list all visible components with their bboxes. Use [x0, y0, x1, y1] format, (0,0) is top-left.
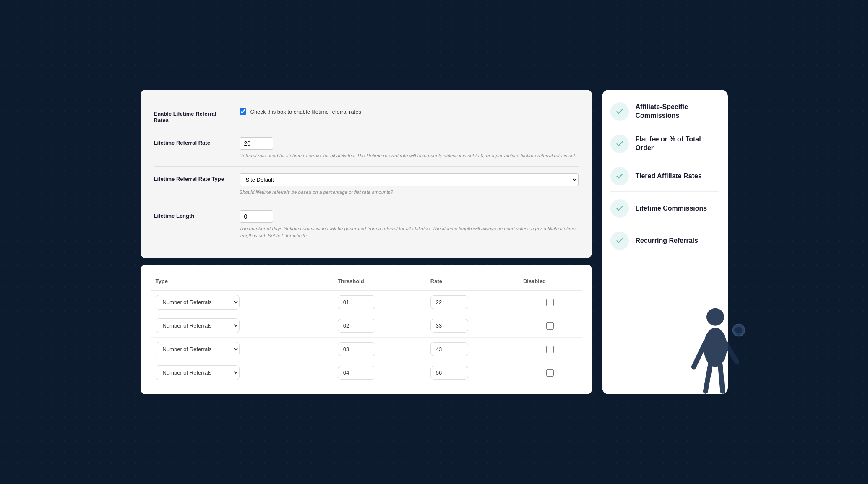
lifetime-referral-rate-controls: Referral rate used for lifetime referral… — [240, 137, 579, 159]
row-3-disabled-cell — [518, 361, 582, 385]
row-2-type-cell: Number of ReferralsSales AmountReferral … — [151, 338, 333, 361]
row-2-rate-input[interactable] — [430, 342, 468, 356]
page-wrapper: Enable Lifetime Referral Rates Check thi… — [141, 90, 728, 394]
feature-label-flat-fee: Flat fee or % of Total Order — [636, 135, 719, 153]
row-0-rate-cell — [425, 291, 518, 314]
row-3-type-cell: Number of ReferralsSales AmountReferral … — [151, 361, 333, 385]
feature-label-lifetime: Lifetime Commissions — [636, 204, 707, 213]
row-0-disabled-cell — [518, 291, 582, 314]
row-2-disabled-checkbox[interactable] — [546, 346, 554, 353]
check-circle-tiered — [610, 167, 629, 185]
row-3-rate-input[interactable] — [430, 366, 468, 380]
lifetime-referral-rate-type-hint: Should lifetime referrals be based on a … — [240, 189, 579, 196]
row-0-threshold-cell — [333, 291, 425, 314]
svg-line-3 — [725, 342, 737, 362]
lifetime-referral-rate-input[interactable] — [240, 137, 273, 150]
row-1-rate-input[interactable] — [430, 319, 468, 333]
svg-point-7 — [735, 326, 743, 334]
feature-lifetime: Lifetime Commissions — [610, 193, 719, 224]
row-0-rate-input[interactable] — [430, 295, 468, 309]
row-2-disabled-cell — [518, 338, 582, 361]
table-header-row: Type Threshold Rate Disabled — [151, 275, 582, 291]
lifetime-length-controls: The number of days lifetime commissions … — [240, 210, 579, 240]
row-1-rate-cell — [425, 314, 518, 338]
col-disabled: Disabled — [518, 275, 582, 291]
lifetime-length-hint: The number of days lifetime commissions … — [240, 225, 579, 240]
svg-point-0 — [706, 308, 724, 325]
row-3-disabled-checkbox[interactable] — [546, 369, 554, 377]
col-rate: Rate — [425, 275, 518, 291]
enable-lifetime-checkbox-label: Check this box to enable lifetime referr… — [250, 109, 363, 115]
tiered-rates-card: Type Threshold Rate Disabled Number of R… — [141, 265, 592, 394]
check-icon-recurring — [615, 237, 624, 245]
row-0-type-cell: Number of ReferralsSales AmountReferral … — [151, 291, 333, 314]
row-2-threshold-cell — [333, 338, 425, 361]
check-circle-recurring — [610, 232, 629, 250]
lifetime-length-input[interactable] — [240, 210, 273, 223]
row-2-threshold-input[interactable] — [338, 342, 375, 356]
table-row: Number of ReferralsSales AmountReferral … — [151, 338, 582, 361]
row-1-disabled-cell — [518, 314, 582, 338]
row-3-rate-cell — [425, 361, 518, 385]
feature-flat-fee: Flat fee or % of Total Order — [610, 129, 719, 159]
row-2-rate-cell — [425, 338, 518, 361]
decorative-figure — [686, 303, 745, 403]
feature-recurring: Recurring Referrals — [610, 226, 719, 256]
right-panel: Affiliate-Specific Commissions Flat fee … — [602, 90, 728, 394]
row-0-disabled-checkbox[interactable] — [546, 299, 554, 306]
table-row: Number of ReferralsSales AmountReferral … — [151, 314, 582, 338]
col-type: Type — [151, 275, 333, 291]
lifetime-referral-rate-type-select[interactable]: Site Default Percentage Flat Rate — [240, 173, 579, 186]
svg-line-4 — [705, 364, 710, 391]
feature-tiered: Tiered Affiliate Rates — [610, 161, 719, 192]
svg-line-5 — [720, 364, 722, 391]
row-1-threshold-input[interactable] — [338, 319, 375, 333]
check-circle-lifetime — [610, 199, 629, 218]
enable-lifetime-controls: Check this box to enable lifetime referr… — [240, 108, 579, 115]
svg-point-1 — [704, 328, 727, 367]
row-2-type-select[interactable]: Number of ReferralsSales AmountReferral … — [156, 342, 240, 356]
feature-affiliate-specific: Affiliate-Specific Commissions — [610, 96, 719, 127]
check-icon-tiered — [615, 172, 624, 180]
feature-label-tiered: Tiered Affiliate Rates — [636, 172, 702, 181]
enable-lifetime-row: Enable Lifetime Referral Rates Check thi… — [154, 101, 579, 130]
lifetime-settings-card: Enable Lifetime Referral Rates Check thi… — [141, 90, 592, 258]
enable-lifetime-checkbox-row: Check this box to enable lifetime referr… — [240, 108, 579, 115]
row-3-threshold-input[interactable] — [338, 366, 375, 380]
row-0-threshold-input[interactable] — [338, 295, 375, 309]
lifetime-referral-rate-row: Lifetime Referral Rate Referral rate use… — [154, 130, 579, 167]
check-icon-flat-fee — [615, 140, 624, 148]
table-row: Number of ReferralsSales AmountReferral … — [151, 361, 582, 385]
lifetime-length-row: Lifetime Length The number of days lifet… — [154, 203, 579, 247]
check-icon-affiliate — [615, 107, 624, 116]
row-1-disabled-checkbox[interactable] — [546, 322, 554, 330]
row-3-type-select[interactable]: Number of ReferralsSales AmountReferral … — [156, 365, 240, 380]
enable-lifetime-checkbox[interactable] — [240, 108, 246, 115]
svg-line-2 — [693, 342, 705, 367]
tiered-rates-table: Type Threshold Rate Disabled Number of R… — [151, 275, 582, 384]
row-1-type-cell: Number of ReferralsSales AmountReferral … — [151, 314, 333, 338]
feature-label-affiliate: Affiliate-Specific Commissions — [636, 103, 719, 120]
lifetime-referral-rate-type-row: Lifetime Referral Rate Type Site Default… — [154, 167, 579, 203]
enable-lifetime-label: Enable Lifetime Referral Rates — [154, 108, 229, 123]
check-icon-lifetime — [615, 204, 624, 213]
feature-label-recurring: Recurring Referrals — [636, 237, 698, 245]
lifetime-referral-rate-hint: Referral rate used for lifetime referral… — [240, 152, 579, 159]
row-1-type-select[interactable]: Number of ReferralsSales AmountReferral … — [156, 318, 240, 333]
check-circle-affiliate — [610, 102, 629, 121]
lifetime-referral-rate-label: Lifetime Referral Rate — [154, 137, 229, 146]
check-circle-flat-fee — [610, 135, 629, 153]
col-threshold: Threshold — [333, 275, 425, 291]
row-1-threshold-cell — [333, 314, 425, 338]
row-3-threshold-cell — [333, 361, 425, 385]
left-panel: Enable Lifetime Referral Rates Check thi… — [141, 90, 592, 394]
lifetime-length-label: Lifetime Length — [154, 210, 229, 219]
lifetime-referral-rate-type-label: Lifetime Referral Rate Type — [154, 173, 229, 182]
table-row: Number of ReferralsSales AmountReferral … — [151, 291, 582, 314]
lifetime-referral-rate-type-controls: Site Default Percentage Flat Rate Should… — [240, 173, 579, 196]
row-0-type-select[interactable]: Number of ReferralsSales AmountReferral … — [156, 295, 240, 310]
